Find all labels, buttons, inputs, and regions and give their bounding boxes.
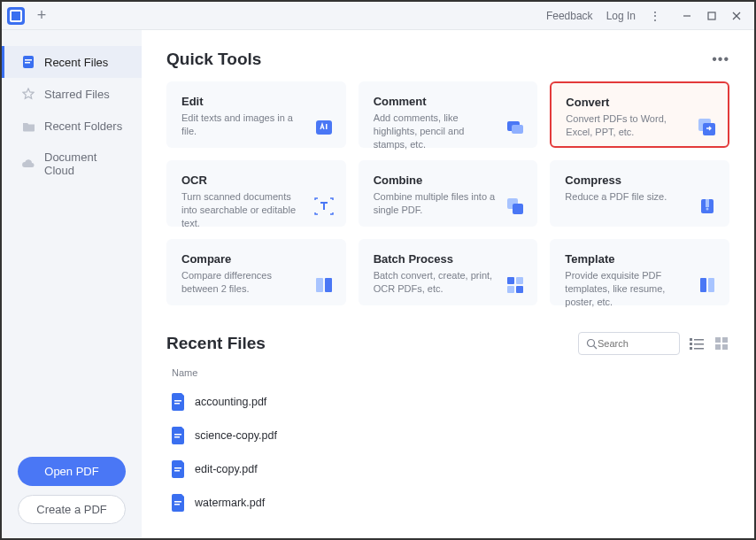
recent-title: Recent Files (166, 334, 266, 353)
svg-line-27 (594, 345, 598, 349)
tool-desc: Provide exquisite PDF templates, like re… (565, 269, 689, 309)
svg-rect-33 (694, 348, 704, 350)
edit-icon (313, 117, 335, 138)
tool-title: Comment (374, 95, 523, 108)
column-header-name: Name (166, 367, 729, 385)
svg-rect-40 (174, 434, 181, 436)
quick-tools-title: Quick Tools (166, 50, 261, 69)
tool-desc: Batch convert, create, print, OCR PDFs, … (374, 269, 498, 296)
content: Quick Tools ••• Edit Edit texts and imag… (142, 30, 754, 538)
tool-card-combine[interactable]: Combine Combine multiple files into a si… (359, 160, 538, 227)
more-icon[interactable]: ••• (712, 51, 729, 67)
kebab-menu-icon[interactable]: ⋮ (649, 9, 661, 23)
folder-icon (21, 119, 35, 133)
sidebar-item-recent-files[interactable]: Recent Files (2, 46, 142, 78)
minimize-icon[interactable] (675, 5, 699, 27)
template-icon (697, 274, 718, 296)
ocr-icon (313, 196, 335, 217)
file-item[interactable]: science-copy.pdf (166, 419, 729, 452)
sidebar-item-label: Recent Files (44, 56, 108, 69)
convert-icon (696, 116, 717, 137)
tool-title: Compress (565, 174, 714, 187)
tool-title: Compare (181, 252, 331, 266)
app-logo-icon[interactable] (7, 7, 25, 25)
svg-rect-7 (316, 120, 332, 135)
tool-card-compress[interactable]: Compress Reduce a PDF file size. (550, 160, 729, 227)
sidebar-item-recent-folders[interactable]: Recent Folders (2, 110, 142, 142)
tool-card-compare[interactable]: Compare Compare differences between 2 fi… (166, 239, 346, 305)
tool-card-comment[interactable]: Comment Add comments, like highlights, p… (359, 81, 538, 148)
sidebar: Recent Files Starred Files Recent Folder… (2, 30, 142, 538)
search-input[interactable] (598, 338, 667, 349)
svg-rect-32 (690, 347, 692, 350)
list-view-icon[interactable] (689, 336, 705, 351)
grid-view-icon[interactable] (714, 336, 729, 351)
star-icon (21, 87, 35, 101)
sidebar-item-label: Starred Files (44, 88, 110, 101)
sidebar-item-starred-files[interactable]: Starred Files (2, 78, 142, 110)
new-tab-button[interactable]: + (32, 6, 51, 26)
tool-card-template[interactable]: Template Provide exquisite PDF templates… (550, 239, 729, 305)
svg-rect-39 (174, 403, 180, 405)
open-pdf-button[interactable]: Open PDF (18, 457, 126, 486)
tool-desc: Add comments, like highlights, pencil an… (374, 112, 498, 151)
svg-rect-29 (694, 339, 704, 341)
svg-rect-24 (700, 278, 706, 292)
svg-rect-30 (690, 343, 692, 345)
sidebar-item-label: Document Cloud (44, 150, 127, 177)
search-box[interactable] (578, 332, 680, 355)
svg-rect-21 (516, 277, 523, 284)
svg-rect-19 (325, 278, 332, 292)
feedback-link[interactable]: Feedback (546, 10, 593, 22)
svg-rect-37 (722, 344, 728, 350)
svg-rect-23 (516, 286, 523, 293)
file-name: accounting.pdf (195, 396, 266, 408)
file-icon (21, 55, 35, 69)
svg-rect-18 (316, 278, 323, 292)
svg-rect-31 (694, 343, 704, 345)
close-icon[interactable] (724, 5, 749, 27)
tool-desc: Compare differences between 2 files. (181, 269, 305, 296)
file-item[interactable]: watermark.pdf (166, 486, 729, 520)
tool-card-convert[interactable]: Convert Convert PDFs to Word, Excel, PPT… (550, 81, 729, 148)
svg-rect-41 (174, 436, 180, 438)
comment-icon (505, 117, 526, 138)
svg-rect-34 (715, 337, 721, 343)
search-icon (586, 338, 598, 350)
tool-card-edit[interactable]: Edit Edit texts and images in a file. (166, 81, 346, 148)
tool-card-batch-process[interactable]: Batch Process Batch convert, create, pri… (359, 239, 538, 305)
pdf-file-icon (172, 427, 186, 444)
quick-tools-header: Quick Tools ••• (166, 50, 729, 69)
svg-rect-38 (174, 400, 181, 402)
tool-desc: Reduce a PDF file size. (565, 190, 689, 204)
login-link[interactable]: Log In (606, 10, 636, 22)
svg-rect-25 (708, 278, 714, 292)
pdf-file-icon (172, 494, 186, 512)
file-item[interactable]: edit-copy.pdf (166, 452, 729, 486)
create-pdf-button[interactable]: Create a PDF (18, 495, 126, 524)
file-item[interactable]: accounting.pdf (166, 385, 729, 419)
svg-rect-12 (703, 123, 715, 135)
tool-title: Edit (181, 95, 331, 108)
sidebar-item-document-cloud[interactable]: Document Cloud (2, 142, 142, 186)
svg-rect-1 (708, 12, 715, 19)
compress-icon (697, 196, 718, 217)
tool-card-ocr[interactable]: OCR Turn scanned documents into searchab… (166, 160, 346, 227)
batch-icon (505, 274, 526, 296)
tool-title: Convert (566, 96, 714, 109)
titlebar: + Feedback Log In ⋮ (2, 2, 754, 30)
file-name: science-copy.pdf (195, 429, 277, 442)
file-name: watermark.pdf (195, 497, 265, 509)
svg-rect-43 (174, 470, 180, 472)
recent-header: Recent Files (166, 332, 729, 355)
tool-title: OCR (181, 174, 331, 187)
tool-desc: Turn scanned documents into searchable o… (181, 190, 305, 230)
maximize-icon[interactable] (699, 5, 724, 27)
svg-rect-45 (174, 504, 180, 505)
svg-rect-36 (715, 344, 721, 350)
svg-rect-22 (507, 286, 514, 293)
svg-rect-42 (174, 467, 181, 469)
tool-desc: Edit texts and images in a file. (181, 112, 305, 138)
tool-title: Template (565, 252, 714, 266)
svg-point-17 (706, 208, 709, 211)
